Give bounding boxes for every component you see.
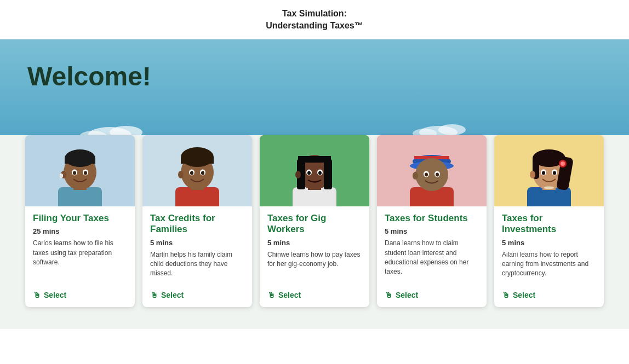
svg-rect-59 xyxy=(298,156,331,163)
card-body-1: Filing Your Taxes 25 mins Carlos learns … xyxy=(25,206,135,285)
cursor-icon-4: 🖱 xyxy=(385,291,392,299)
app-title: Tax Simulation: Understanding Taxes™ xyxy=(0,8,629,32)
card-footer-3: 🖱 Select xyxy=(260,285,369,307)
svg-point-72 xyxy=(415,158,448,191)
svg-point-91 xyxy=(530,171,535,178)
header: Tax Simulation: Understanding Taxes™ xyxy=(0,0,629,39)
select-button-5[interactable]: 🖱 Select xyxy=(502,291,535,299)
card-desc-5: Ailani learns how to report earning from… xyxy=(502,250,596,279)
card-title-3: Taxes for Gig Workers xyxy=(267,213,362,235)
card-tax-credits-families: Tax Credits for Families 5 mins Martin h… xyxy=(142,135,252,307)
character-carlos xyxy=(25,135,135,206)
card-title-1: Filing Your Taxes xyxy=(33,213,127,224)
cards-row: Filing Your Taxes 25 mins Carlos learns … xyxy=(16,135,613,307)
card-desc-2: Martin helps his family claim child dedu… xyxy=(150,250,244,279)
select-label-1: Select xyxy=(44,291,66,299)
svg-point-40 xyxy=(60,174,62,177)
card-image-1 xyxy=(25,135,135,206)
svg-point-36 xyxy=(73,171,76,175)
card-image-5 xyxy=(494,135,604,206)
svg-rect-53 xyxy=(293,187,336,206)
svg-point-75 xyxy=(425,172,428,176)
svg-point-86 xyxy=(561,161,565,166)
card-body-4: Taxes for Students 5 mins Dana learns ho… xyxy=(377,206,487,285)
svg-point-62 xyxy=(307,171,311,175)
card-title-2: Tax Credits for Families xyxy=(150,213,244,235)
select-label-4: Select xyxy=(396,291,418,299)
card-students: Taxes for Students 5 mins Dana learns ho… xyxy=(377,135,487,307)
svg-point-51 xyxy=(178,171,184,178)
svg-point-63 xyxy=(318,171,322,175)
cards-section: Filing Your Taxes 25 mins Carlos learns … xyxy=(0,135,629,329)
card-duration-3: 5 mins xyxy=(267,239,362,247)
svg-rect-42 xyxy=(175,187,219,206)
character-dana xyxy=(377,135,487,206)
card-body-5: Taxes for Investments 5 mins Ailani lear… xyxy=(494,206,604,285)
svg-point-89 xyxy=(542,171,545,175)
character-chinwe xyxy=(260,135,369,206)
card-duration-1: 25 mins xyxy=(33,227,127,235)
svg-point-77 xyxy=(413,172,418,180)
cursor-icon-2: 🖱 xyxy=(150,291,158,299)
svg-rect-58 xyxy=(324,159,332,189)
select-button-1[interactable]: 🖱 Select xyxy=(33,291,66,299)
select-label-2: Select xyxy=(161,291,184,299)
select-label-5: Select xyxy=(513,291,535,299)
svg-rect-29 xyxy=(58,187,102,206)
card-duration-4: 5 mins xyxy=(385,227,479,235)
select-button-2[interactable]: 🖱 Select xyxy=(150,291,184,299)
card-title-4: Taxes for Students xyxy=(385,213,479,224)
card-body-3: Taxes for Gig Workers 5 mins Chinwe lear… xyxy=(260,206,369,285)
svg-point-92 xyxy=(544,186,554,189)
character-ailani xyxy=(494,135,604,206)
card-desc-3: Chinwe learns how to pay taxes for her g… xyxy=(267,250,362,279)
svg-point-49 xyxy=(190,171,193,175)
select-label-3: Select xyxy=(278,291,301,299)
character-martin xyxy=(142,135,252,206)
select-button-4[interactable]: 🖱 Select xyxy=(385,291,418,299)
svg-point-76 xyxy=(436,172,439,176)
cursor-icon-1: 🖱 xyxy=(33,291,41,299)
card-footer-4: 🖱 Select xyxy=(377,285,487,307)
select-button-3[interactable]: 🖱 Select xyxy=(267,291,301,299)
welcome-heading: Welcome! xyxy=(27,61,602,91)
card-gig-workers: Taxes for Gig Workers 5 mins Chinwe lear… xyxy=(260,135,369,307)
card-footer-2: 🖱 Select xyxy=(142,285,252,307)
cursor-icon-3: 🖱 xyxy=(267,291,275,299)
card-image-2 xyxy=(142,135,252,206)
card-duration-5: 5 mins xyxy=(502,239,596,247)
svg-rect-79 xyxy=(527,187,571,206)
card-image-4 xyxy=(377,135,487,206)
card-desc-4: Dana learns how to claim student loan in… xyxy=(385,239,479,279)
svg-point-90 xyxy=(553,171,556,175)
card-image-3 xyxy=(260,135,369,206)
svg-point-64 xyxy=(295,171,301,178)
svg-point-37 xyxy=(84,171,87,175)
card-investments: Taxes for Investments 5 mins Ailani lear… xyxy=(494,135,604,307)
card-body-2: Tax Credits for Families 5 mins Martin h… xyxy=(142,206,252,285)
card-title-5: Taxes for Investments xyxy=(502,213,596,235)
svg-point-26 xyxy=(438,124,466,135)
card-desc-1: Carlos learns how to file his taxes usin… xyxy=(33,239,127,279)
svg-rect-33 xyxy=(65,158,95,164)
card-footer-5: 🖱 Select xyxy=(494,285,604,307)
svg-point-50 xyxy=(201,171,204,175)
svg-rect-46 xyxy=(181,157,214,164)
card-duration-2: 5 mins xyxy=(150,239,244,247)
card-filing-taxes: Filing Your Taxes 25 mins Carlos learns … xyxy=(25,135,135,307)
cursor-icon-5: 🖱 xyxy=(502,291,510,299)
card-footer-1: 🖱 Select xyxy=(25,285,135,307)
